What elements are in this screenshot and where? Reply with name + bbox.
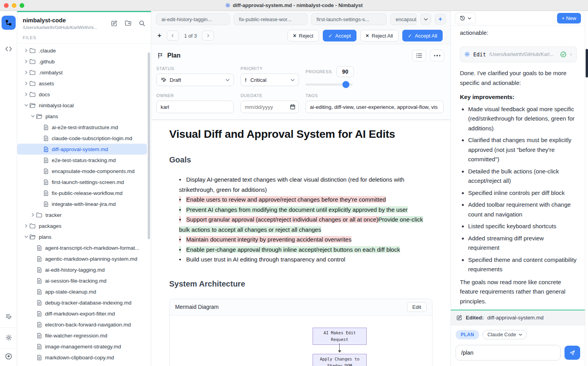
owner-input[interactable] [156,101,234,113]
chevron-down-icon[interactable] [23,235,29,239]
tree-item-file[interactable]: first-launch-settings-screen.md [17,177,151,188]
status-select[interactable]: Draft [156,74,234,86]
tree-item-folder[interactable]: assets [17,78,151,89]
tree-item-folder[interactable]: .nimbalyst [17,67,151,78]
files-view-button[interactable] [2,16,16,30]
chevron-right-icon[interactable] [23,224,29,228]
chevron-right-icon[interactable] [29,213,36,217]
tree-item-file[interactable]: image-management-strategy.md [17,341,151,352]
chevron-down-icon[interactable] [23,103,29,107]
chevron-right-icon[interactable] [23,81,29,85]
tree-item-file[interactable]: file-watcher-regression.md [17,330,151,341]
tree-item-folder[interactable]: plans [17,231,151,242]
code-view-button[interactable] [0,43,17,55]
owner-label: OWNER [156,93,234,98]
zoom-button[interactable] [20,3,24,8]
priority-select[interactable]: ! Critical [241,74,299,86]
outline-view-button[interactable] [412,50,426,61]
tab-2[interactable]: fix-public-release-wor... [233,13,308,25]
tags-input[interactable] [306,101,444,113]
tree-item-folder[interactable]: nimbalyst-local [17,100,151,111]
tree-item-file[interactable]: e2e-test-status-tracking.md [17,155,151,166]
tab-4[interactable]: encapsula [390,13,417,25]
send-button[interactable] [564,346,580,360]
tree-item-file[interactable]: markdown-clipboard-copy.md [17,352,151,363]
tree-item-file[interactable]: debug-tracker-database-indexing.md [17,297,151,308]
new-folder-button[interactable] [125,20,132,27]
tree-item-folder[interactable]: tracker [17,209,151,220]
tree-item-folder[interactable]: docs [17,89,151,100]
tree-item-file[interactable]: fix-public-release-workflow.md [17,188,151,198]
tree-item-file[interactable]: diff-markdown-export-filter.md [17,308,151,319]
tree-item-file[interactable]: diff-approval-system.md [17,144,147,155]
mermaid-edit-button[interactable]: Edit [407,302,427,312]
more-options-button[interactable] [430,50,444,61]
tree-item-file[interactable]: agentic-markdown-planning-system.md [17,253,151,264]
plan-mode-badge[interactable]: PLAN [456,330,479,339]
tree-item-file[interactable]: ai-e2e-test-infrastructure.md [17,122,151,133]
document-editor[interactable]: Visual Diff and Approval System for AI E… [151,120,450,366]
status-label: STATUS [156,66,234,71]
accept-button[interactable]: ✓Accept [323,30,356,41]
goal-bullet: •Enable users to review and approve/reje… [179,195,432,205]
close-button[interactable] [4,3,9,8]
tab-3[interactable]: first-launch-settings-s... [311,13,387,25]
accept-all-button[interactable]: ✓Accept All [402,30,443,41]
window-scrollbar[interactable] [585,11,588,366]
tree-item-file[interactable]: ai-session-file-tracking.md [17,275,151,286]
chevron-down-icon[interactable] [29,114,36,118]
folder-icon [29,92,36,97]
tree-item-folder[interactable]: .claude [17,45,151,56]
tab-1[interactable]: ai-edit-history-taggin... [156,13,230,25]
chevron-right-icon[interactable] [23,49,29,52]
edited-file-bar[interactable]: Edited: diff-approval-system.md [451,310,585,325]
agent-selector[interactable]: Claude Code [483,330,527,339]
tree-item-file[interactable]: electron-back-forward-navigation.md [17,319,151,330]
tree-item-label: debug-tracker-database-indexing.md [45,300,132,306]
calendar-icon[interactable] [290,104,295,110]
history-button[interactable] [455,13,476,24]
reject-button[interactable]: ×Reject [288,30,319,41]
rail-divider [0,327,17,328]
tree-item-folder[interactable]: .github [17,56,151,67]
new-chat-button[interactable]: + New [557,13,581,23]
chevron-right-icon[interactable] [23,70,29,74]
tree-item-file[interactable]: agent-transcript-rich-markdown-format... [17,242,151,253]
theme-toggle-button[interactable] [0,332,17,343]
new-tab-button[interactable]: + [435,14,446,25]
conversation-area[interactable]: actionable: Edit /Users/karlwirth/GitHub… [451,26,585,310]
chevron-right-icon[interactable] [23,92,29,96]
tree-item-file[interactable]: encapsulate-mode-components.md [17,166,151,177]
next-change-button[interactable] [202,31,214,41]
prev-change-button[interactable] [167,31,179,41]
edit-tool-chip[interactable]: Edit /Users/karlwirth/GitHub/Karl... [460,47,577,63]
window-scrollbar-thumb[interactable] [586,49,588,78]
tree-item-file[interactable]: app-state-cleanup.md [17,286,151,297]
tab-overflow-button[interactable] [420,14,431,25]
new-note-button[interactable] [111,20,118,27]
chevron-right-icon[interactable] [23,59,29,63]
file-icon [37,311,42,317]
reject-all-button[interactable]: ×Reject All [360,30,398,41]
settings-button[interactable] [0,350,17,362]
bullet-marker: • [179,236,181,243]
tree-item-folder[interactable]: plans [17,111,151,122]
minimize-button[interactable] [12,3,16,8]
file-icon [37,289,42,295]
search-icon[interactable] [139,20,145,27]
tree-item-file[interactable]: claude-code-subscription-login.md [17,133,151,144]
add-icon[interactable]: + [157,32,161,40]
progress-slider[interactable] [306,81,353,88]
check-icon: ✓ [328,33,333,39]
tree-item-folder[interactable]: packages [17,220,151,231]
sidebar-scrollbar[interactable] [148,52,150,239]
progress-value-box[interactable]: 90 [337,66,354,77]
improvement-item: Specified theme and content compatibilit… [468,255,577,274]
tree-item-file[interactable]: integrate-with-linear-jira.md [17,198,151,209]
tree-item-file[interactable]: ai-edit-history-tagging.md [17,264,151,275]
drafts-button[interactable] [0,310,17,322]
slider-handle[interactable] [342,81,349,88]
file-icon [43,168,49,174]
tree-item-label: docs [39,92,50,97]
chat-input[interactable] [456,345,561,361]
